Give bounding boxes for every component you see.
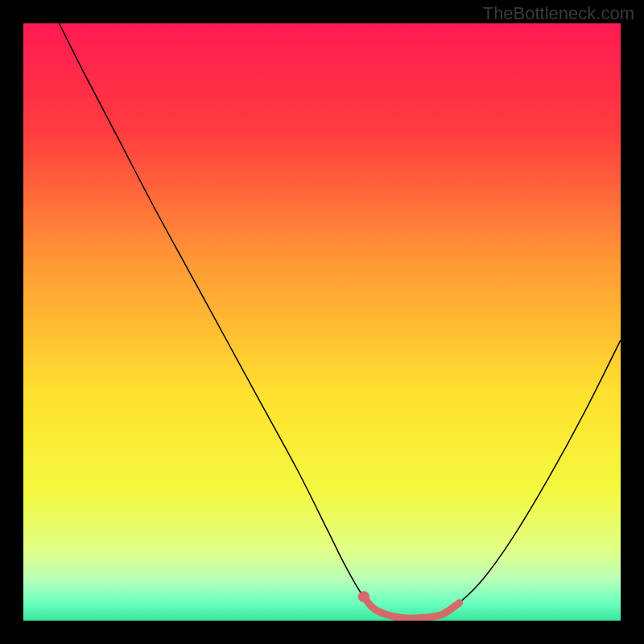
chart-area (23, 23, 621, 621)
watermark-text: TheBottleneck.com (483, 3, 634, 24)
series-marker-point (358, 591, 369, 602)
chart-svg (23, 23, 621, 621)
chart-background (23, 23, 621, 621)
